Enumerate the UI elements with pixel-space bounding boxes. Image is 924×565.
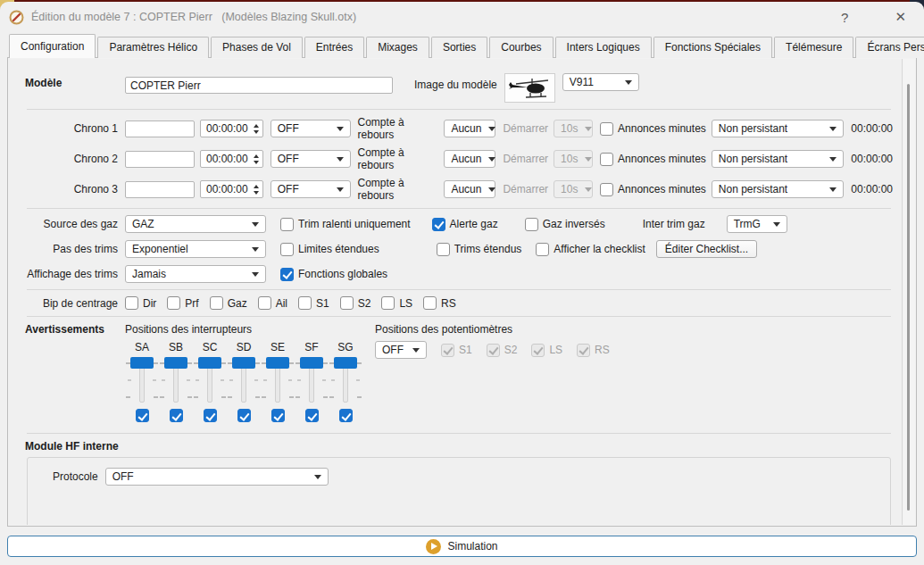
switch-sb-slider[interactable] xyxy=(159,356,193,404)
switch-sc-checkbox[interactable] xyxy=(204,409,217,422)
throttle-trim-idle-checkbox[interactable] xyxy=(280,218,294,231)
switch-sd-slider[interactable] xyxy=(227,356,261,404)
model-image-select[interactable]: V911 xyxy=(562,73,639,91)
slider-handle[interactable] xyxy=(232,357,255,369)
throttle-source-select[interactable]: GAZ xyxy=(125,215,266,233)
beep-s1-checkbox[interactable] xyxy=(298,296,312,310)
switch-sc-slider[interactable] xyxy=(193,356,227,404)
timer1-switch-select[interactable]: OFF xyxy=(271,120,351,137)
tab-configuration[interactable]: Configuration xyxy=(9,34,96,58)
scroll-area: Modèle Image du modèle V911 xyxy=(9,59,903,525)
timer2-minutes-checkbox[interactable] xyxy=(600,153,613,166)
switch-se-checkbox[interactable] xyxy=(271,409,285,422)
timer1-minutes-checkbox[interactable] xyxy=(600,122,613,136)
timer2-persistence-select[interactable]: Non persistant xyxy=(712,150,844,168)
show-checklist-checkbox[interactable] xyxy=(536,243,549,256)
switch-sa-checkbox[interactable] xyxy=(136,409,149,422)
spinner-down-icon[interactable] xyxy=(254,161,259,164)
tab-phases-de-vol[interactable]: Phases de Vol xyxy=(211,37,303,58)
beep-dir-checkbox[interactable] xyxy=(125,296,138,310)
timer2-time-spinner[interactable]: 00:00:00 xyxy=(200,150,263,168)
dropdown-arrow-icon xyxy=(773,222,780,227)
trim-step-select[interactable]: Exponentiel xyxy=(125,240,266,258)
switch-sf-checkbox[interactable] xyxy=(305,409,319,422)
tab-entrees[interactable]: Entrées xyxy=(304,37,364,58)
model-section-label: Modèle xyxy=(25,73,118,89)
slider-handle[interactable] xyxy=(130,357,154,369)
timer3-switch-select[interactable]: OFF xyxy=(271,180,351,198)
spinner-up-icon[interactable] xyxy=(254,154,259,158)
timer2-countdown-select[interactable]: Aucun xyxy=(444,150,495,168)
trim-display-select[interactable]: Jamais xyxy=(125,265,266,283)
switch-sg-checkbox[interactable] xyxy=(339,409,353,422)
model-edit-dialog: Édition du modèle 7 : COPTER Pierr (Modè… xyxy=(0,2,924,565)
timer1-switch-value: OFF xyxy=(278,122,299,135)
model-image[interactable] xyxy=(504,73,555,103)
switch-se: SE xyxy=(261,341,295,422)
timer3-minutes-checkbox[interactable] xyxy=(600,183,613,196)
protocol-select[interactable]: OFF xyxy=(105,468,329,486)
global-functions-checkbox[interactable] xyxy=(280,268,294,281)
timer1-persistence-select[interactable]: Non persistant xyxy=(712,120,844,137)
tab-parametres-helico[interactable]: Paramètres Hélico xyxy=(97,37,209,58)
switch-sd-checkbox[interactable] xyxy=(237,409,251,422)
beep-prf-checkbox[interactable] xyxy=(167,296,180,310)
timer3-time-spinner[interactable]: 00:00:00 xyxy=(200,180,263,198)
switch-sa-slider[interactable] xyxy=(125,356,159,404)
beep-ls-checkbox[interactable] xyxy=(381,296,395,310)
extended-limits-checkbox[interactable] xyxy=(280,243,294,256)
extended-trims-checkbox[interactable] xyxy=(437,243,450,256)
switch-sb-checkbox[interactable] xyxy=(170,409,183,422)
switch-se-slider[interactable] xyxy=(261,356,295,404)
slider-handle[interactable] xyxy=(198,357,221,369)
throttle-reversed-checkbox[interactable] xyxy=(525,218,538,231)
spinner-up-icon[interactable] xyxy=(254,185,259,188)
scrollbar-thumb[interactable] xyxy=(907,84,910,511)
switch-sg-slider[interactable] xyxy=(329,356,362,404)
pot-s2-label: S2 xyxy=(504,344,518,356)
tab-ecrans-personnalises[interactable]: Écrans Personnalisés xyxy=(855,37,924,58)
beep-ail-checkbox[interactable] xyxy=(258,296,271,310)
switch-sf-slider[interactable] xyxy=(295,356,329,404)
vertical-scrollbar[interactable] xyxy=(903,59,915,525)
spinner-down-icon[interactable] xyxy=(254,130,259,134)
timer2-switch-select[interactable]: OFF xyxy=(271,150,351,168)
spinner-down-icon[interactable] xyxy=(254,191,259,195)
timer1-name-input[interactable] xyxy=(125,120,195,137)
throttle-trim-switch-label: Inter trim gaz xyxy=(643,218,705,230)
beep-rs-checkbox[interactable] xyxy=(423,296,437,310)
edit-checklist-button[interactable]: Éditer Checklist... xyxy=(656,240,757,258)
throttle-warning-checkbox[interactable] xyxy=(432,218,445,231)
warnings-section-label: Avertissements xyxy=(25,323,118,336)
simulation-button[interactable]: Simulation xyxy=(7,536,917,557)
timer2-name-input[interactable] xyxy=(125,151,195,168)
tab-sorties[interactable]: Sorties xyxy=(431,37,487,58)
pot-ls-checkbox xyxy=(531,344,545,357)
timer3-persistence-select[interactable]: Non persistant xyxy=(712,180,844,198)
beep-gaz-checkbox[interactable] xyxy=(210,296,223,310)
pot-positions-select[interactable]: OFF xyxy=(375,341,427,359)
tab-telemesure[interactable]: Télémesure xyxy=(774,37,853,58)
beep-s2-checkbox[interactable] xyxy=(340,296,354,310)
switch-sf: SF xyxy=(295,341,329,422)
show-checklist-check: Afficher la checklist xyxy=(536,243,645,256)
close-button[interactable]: ✕ xyxy=(889,9,912,25)
slider-handle[interactable] xyxy=(300,357,323,369)
tab-fonctions-speciales[interactable]: Fonctions Spéciales xyxy=(653,37,772,58)
timer3-name-input[interactable] xyxy=(125,181,195,198)
timer3-countdown-select[interactable]: Aucun xyxy=(444,180,495,198)
throttle-trim-switch-select[interactable]: TrmG xyxy=(727,215,787,233)
tab-courbes[interactable]: Courbes xyxy=(489,37,553,58)
timer1-time-spinner[interactable]: 00:00:00 xyxy=(200,120,263,137)
slider-handle[interactable] xyxy=(266,357,289,369)
timer1-time-value: 00:00:00 xyxy=(206,122,248,135)
timer1-countdown-select[interactable]: Aucun xyxy=(444,120,495,137)
slider-handle[interactable] xyxy=(334,357,357,369)
timer-row-1: Chrono 1 00:00:00 OFF Compte à rebours A… xyxy=(25,116,893,141)
tab-mixages[interactable]: Mixages xyxy=(366,37,429,58)
slider-handle[interactable] xyxy=(164,357,187,369)
tab-inters-logiques[interactable]: Inters Logiques xyxy=(555,37,652,58)
spinner-up-icon[interactable] xyxy=(254,124,259,128)
help-button[interactable]: ? xyxy=(836,10,853,25)
model-name-input[interactable] xyxy=(125,77,393,94)
